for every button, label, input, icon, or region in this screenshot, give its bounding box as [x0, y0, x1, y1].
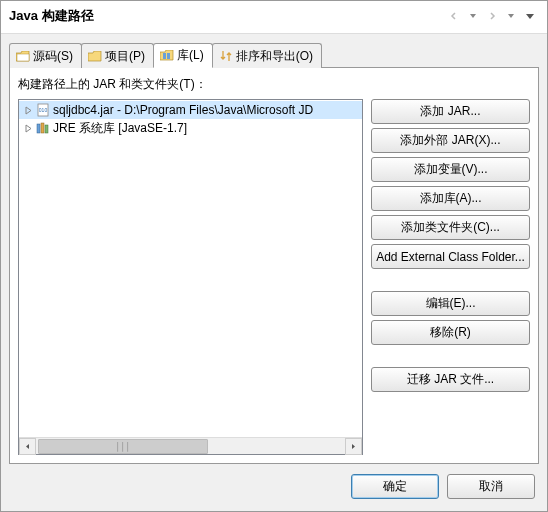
- projects-folder-icon: [88, 50, 102, 62]
- dialog: Java 构建路径 源码(S) 项目(P) 库(L) 排序和导出(O): [0, 0, 548, 512]
- add-library-button[interactable]: 添加库(A)...: [371, 186, 530, 211]
- cancel-button[interactable]: 取消: [447, 474, 535, 499]
- tab-libraries[interactable]: 库(L): [153, 43, 213, 68]
- svg-rect-2: [167, 53, 170, 59]
- view-menu-icon[interactable]: [521, 8, 539, 24]
- ok-button[interactable]: 确定: [351, 474, 439, 499]
- horizontal-scrollbar[interactable]: │││: [19, 437, 362, 454]
- nav-forward-button[interactable]: [483, 8, 501, 24]
- tab-label: 排序和导出(O): [236, 48, 313, 65]
- scroll-right-button[interactable]: [345, 438, 362, 455]
- add-external-jar-button[interactable]: 添加外部 JAR(X)...: [371, 128, 530, 153]
- tab-label: 源码(S): [33, 48, 73, 65]
- remove-button[interactable]: 移除(R): [371, 320, 530, 345]
- tab-label: 库(L): [177, 47, 204, 64]
- main-area: 010 sqljdbc4.jar - D:\Program Files\Java…: [18, 99, 530, 455]
- nav-back-menu-icon[interactable]: [464, 8, 482, 24]
- tab-order-export[interactable]: 排序和导出(O): [212, 43, 322, 68]
- dialog-header: Java 构建路径: [1, 1, 547, 34]
- svg-rect-1: [163, 53, 166, 59]
- scroll-left-button[interactable]: [19, 438, 36, 455]
- spacer: [371, 349, 530, 363]
- classpath-tree[interactable]: 010 sqljdbc4.jar - D:\Program Files\Java…: [19, 100, 362, 437]
- add-jar-button[interactable]: 添加 JAR...: [371, 99, 530, 124]
- tab-label: 项目(P): [105, 48, 145, 65]
- dialog-footer: 确定 取消: [1, 464, 547, 511]
- svg-rect-0: [17, 54, 29, 61]
- page-title: Java 构建路径: [9, 7, 444, 25]
- spacer: [371, 273, 530, 287]
- svg-rect-6: [41, 123, 44, 133]
- nav-back-button[interactable]: [445, 8, 463, 24]
- expander-icon[interactable]: [21, 121, 35, 135]
- panel-description: 构建路径上的 JAR 和类文件夹(T)：: [18, 76, 530, 93]
- tab-bar: 源码(S) 项目(P) 库(L) 排序和导出(O): [9, 42, 539, 68]
- order-export-icon: [219, 50, 233, 62]
- tree-row[interactable]: 010 sqljdbc4.jar - D:\Program Files\Java…: [19, 101, 362, 119]
- add-class-folder-button[interactable]: 添加类文件夹(C)...: [371, 215, 530, 240]
- expander-icon[interactable]: [21, 103, 35, 117]
- jar-icon: 010: [35, 102, 51, 118]
- scroll-thumb[interactable]: │││: [38, 439, 208, 454]
- migrate-jar-button[interactable]: 迁移 JAR 文件...: [371, 367, 530, 392]
- edit-button[interactable]: 编辑(E)...: [371, 291, 530, 316]
- libraries-folder-icon: [160, 50, 174, 62]
- tab-source[interactable]: 源码(S): [9, 43, 82, 68]
- nav-forward-menu-icon[interactable]: [502, 8, 520, 24]
- button-column: 添加 JAR... 添加外部 JAR(X)... 添加变量(V)... 添加库(…: [371, 99, 530, 455]
- content-area: 源码(S) 项目(P) 库(L) 排序和导出(O) 构建路径上的 JAR 和类文…: [1, 34, 547, 464]
- add-external-class-folder-button[interactable]: Add External Class Folder...: [371, 244, 530, 269]
- tree-node-label: JRE 系统库 [JavaSE-1.7]: [53, 120, 187, 137]
- svg-rect-7: [45, 125, 48, 133]
- svg-text:010: 010: [39, 107, 48, 113]
- tree-node-label: sqljdbc4.jar - D:\Program Files\Java\Mic…: [53, 103, 313, 117]
- classpath-tree-container: 010 sqljdbc4.jar - D:\Program Files\Java…: [18, 99, 363, 455]
- source-folder-icon: [16, 50, 30, 62]
- add-variable-button[interactable]: 添加变量(V)...: [371, 157, 530, 182]
- svg-rect-5: [37, 124, 40, 133]
- tab-projects[interactable]: 项目(P): [81, 43, 154, 68]
- library-icon: [35, 120, 51, 136]
- tree-row[interactable]: JRE 系统库 [JavaSE-1.7]: [19, 119, 362, 137]
- libraries-panel: 构建路径上的 JAR 和类文件夹(T)： 010 sqljdbc4.jar - …: [9, 68, 539, 464]
